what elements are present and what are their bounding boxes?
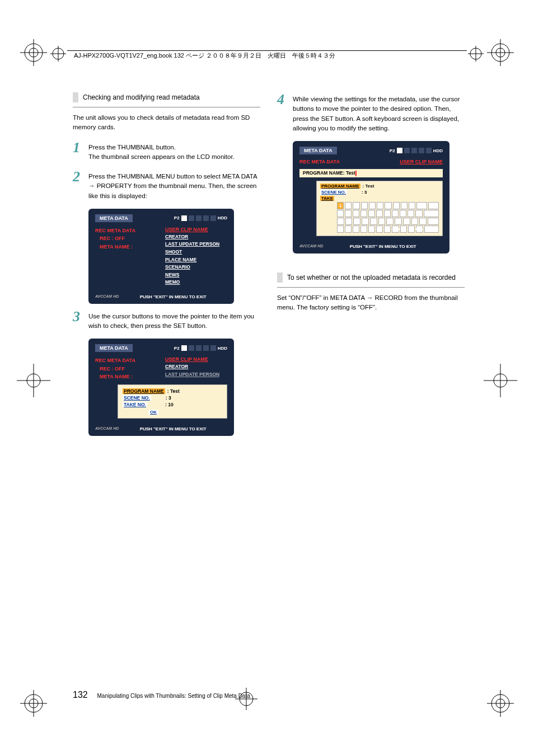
- last-update-person: LAST UPDATE PERSON: [165, 371, 227, 379]
- scene-no-field: SCENE NO.: [320, 190, 347, 195]
- panel-footer: PUSH "EXIT" IN MENU TO EXIT: [350, 244, 416, 249]
- ok-button: OK: [148, 410, 158, 415]
- section-underline: [73, 107, 260, 107]
- intro-text: The unit allows you to check details of …: [73, 113, 260, 133]
- rec-off: REC : OFF: [100, 365, 157, 373]
- step-4-text: While viewing the settings for the metad…: [293, 92, 465, 133]
- section-bar-icon: [73, 92, 78, 102]
- property-popup: PROGRAM NAME : Test SCENE NO. : 3 TAKE N…: [118, 384, 227, 419]
- text-cursor: [355, 171, 357, 176]
- program-name-field: PROGRAM NAME: [123, 388, 165, 394]
- panel-logo: AVCCAM HD: [95, 426, 119, 430]
- step-number-4: 4: [277, 92, 293, 133]
- step-2-text: Press the THUMBNAIL MENU button to selec…: [88, 170, 260, 201]
- section-underline: [277, 287, 465, 288]
- reg-mark-mid-left: [17, 364, 50, 397]
- reg-mark-bot-right: [487, 690, 514, 717]
- reg-mark-top-left: [20, 39, 47, 66]
- page-footer: 132 Manipulating Clips with Thumbnails: …: [73, 690, 250, 700]
- soft-keyboard: 1234567890SPBS qwertyuiop-Caps asdfghjkl…: [337, 202, 439, 233]
- footer-text: Manipulating Clips with Thumbnails: Sett…: [97, 693, 250, 699]
- reg-mark-bot-left: [20, 690, 47, 717]
- news: NEWS: [165, 271, 227, 279]
- rec-meta-data: REC META DATA: [95, 227, 157, 234]
- left-column: Checking and modifying read metadata The…: [73, 92, 260, 442]
- meta-data-screen-1: META DATA P2 HDD REC META DATA REC : OFF…: [88, 209, 234, 304]
- panel-title: META DATA: [95, 214, 133, 222]
- step-number-2: 2: [73, 170, 88, 201]
- step-number-1: 1: [73, 140, 88, 162]
- program-name-field: PROGRAM NAME: [320, 184, 360, 189]
- rec-meta-data: REC META DATA: [95, 356, 157, 364]
- slot-indicators: P2 HDD: [174, 345, 227, 351]
- user-clip-name: USER CLIP NAME: [165, 227, 227, 232]
- rec-meta-data: REC META DATA: [299, 159, 340, 166]
- memo: MEMO: [165, 279, 227, 287]
- step-3-text: Use the cursor buttons to move the point…: [88, 309, 260, 331]
- user-clip-name: USER CLIP NAME: [400, 159, 443, 165]
- page-number: 132: [73, 690, 88, 699]
- panel-footer: PUSH "EXIT" IN MENU TO EXIT: [140, 426, 207, 431]
- program-name-input: PROGRAM NAME: Test: [299, 169, 443, 177]
- header-text: AJ-HPX2700G-VQT1V27_eng.book 132 ページ ２００…: [74, 51, 335, 60]
- section-bar-icon: [277, 273, 283, 283]
- right-column: 4 While viewing the settings for the met…: [277, 92, 465, 442]
- step-1-text: Press the THUMBNAIL button. The thumbnai…: [88, 140, 235, 162]
- section-title: Checking and modifying read metadata: [83, 93, 200, 101]
- creator: CREATOR: [165, 363, 227, 371]
- detail-popup: PROGRAM NAME : Test SCENE NO. : 3 TAKE 1…: [316, 181, 443, 236]
- reg-mark-mid-right: [484, 364, 517, 397]
- panel-title: META DATA: [299, 147, 337, 154]
- panel-logo: AVCCAM HD: [95, 294, 119, 298]
- step-number-3: 3: [73, 309, 88, 331]
- meta-data-screen-keyboard: META DATA P2 HDD REC META DATA USER CLIP…: [293, 141, 449, 253]
- meta-name: META NAME :: [100, 373, 157, 381]
- take-field: TAKE: [320, 196, 334, 201]
- meta-name: META NAME :: [100, 243, 157, 251]
- scene-no-field: SCENE NO.: [123, 395, 151, 401]
- panel-logo: AVCCAM HD: [299, 244, 323, 248]
- panel-footer: PUSH "EXIT" IN MENU TO EXIT: [140, 294, 207, 299]
- section-2-body: Set “ON”/“OFF” in META DATA → RECORD fro…: [277, 293, 465, 313]
- creator: CREATOR: [165, 233, 227, 241]
- cross-top-left: [50, 46, 66, 62]
- shoot: SHOOT: [165, 248, 227, 256]
- slot-indicators: P2 HDD: [390, 148, 443, 153]
- user-clip-name: USER CLIP NAME: [165, 356, 227, 362]
- scenario: SCENARIO: [165, 264, 227, 271]
- section-title-2: To set whether or not the uploaded metad…: [287, 274, 456, 281]
- reg-mark-top-right: [487, 39, 514, 66]
- cross-top-right: [468, 46, 484, 62]
- rec-off: REC : OFF: [100, 234, 157, 242]
- panel-title: META DATA: [95, 344, 133, 352]
- header-rule: [67, 50, 467, 51]
- take-no-field: TAKE NO.: [123, 402, 147, 407]
- last-update-person: LAST UPDATE PERSON: [165, 241, 227, 248]
- place-name: PLACE NAME: [165, 256, 227, 264]
- meta-data-screen-2: META DATA P2 HDD REC META DATA REC : OFF…: [88, 339, 234, 435]
- slot-indicators: P2 HDD: [174, 215, 227, 221]
